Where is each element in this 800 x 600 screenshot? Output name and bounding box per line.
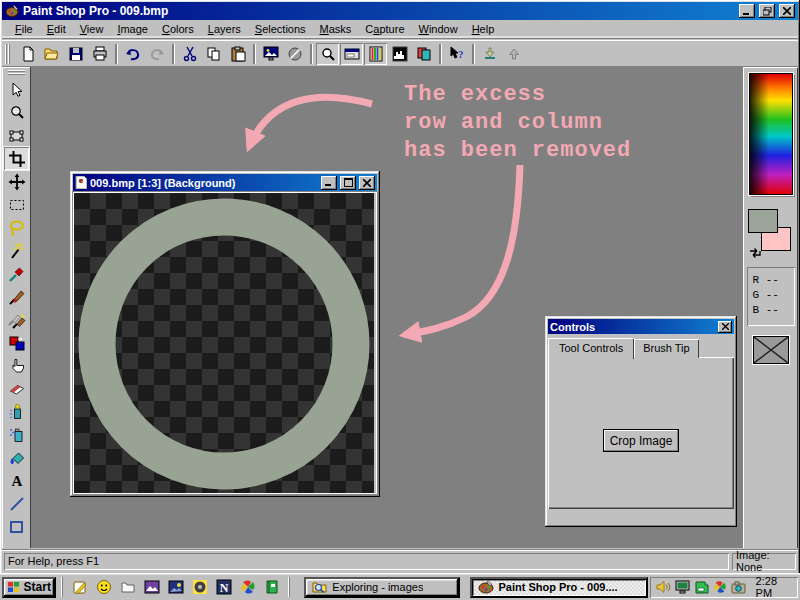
image-canvas[interactable] — [74, 193, 374, 493]
task-label: Exploring - images — [332, 581, 423, 593]
minimize-button[interactable] — [739, 4, 755, 18]
eraser-tool[interactable] — [4, 377, 29, 400]
clock[interactable]: 2:28 PM — [756, 575, 790, 599]
zoom-tool[interactable] — [4, 101, 29, 124]
taskbar-separator — [61, 577, 64, 597]
cut-button[interactable] — [178, 43, 201, 65]
move-up-icon[interactable] — [502, 43, 525, 65]
menu-item[interactable]: Help — [465, 21, 502, 37]
zoom-palette-button[interactable] — [316, 43, 339, 65]
quicklaunch-pinwheel-icon[interactable] — [238, 578, 257, 597]
task-paint-shop-pro[interactable]: Paint Shop Pro - 009.... — [470, 577, 647, 598]
full-screen-preview-button[interactable] — [259, 43, 282, 65]
image-window: 009.bmp [1:3] (Background) — [70, 171, 380, 497]
copy-button[interactable] — [202, 43, 225, 65]
clone-brush-tool[interactable] — [4, 308, 29, 331]
color-replacer-tool[interactable] — [4, 331, 29, 354]
save-button[interactable] — [64, 43, 87, 65]
context-help-button[interactable]: ? — [445, 43, 468, 65]
airbrush-tool[interactable] — [4, 423, 29, 446]
quicklaunch-notes-icon[interactable] — [70, 578, 89, 597]
flood-fill-tool[interactable] — [4, 446, 29, 469]
crop-image-button[interactable]: Crop Image — [603, 429, 679, 452]
ring-graphic — [74, 193, 374, 493]
swap-colors-icon[interactable] — [748, 247, 762, 259]
toolbar-grip[interactable] — [5, 44, 12, 64]
controls-dialog-title: Controls — [550, 321, 595, 333]
tool-controls-window-button[interactable] — [340, 43, 363, 65]
retouch-tool[interactable] — [4, 354, 29, 377]
b-value: B -- — [753, 303, 795, 318]
image-minimize-button[interactable] — [321, 176, 337, 190]
menu-item[interactable]: Selections — [248, 21, 313, 37]
app-title: Paint Shop Pro - 009.bmp — [23, 4, 168, 18]
volume-icon[interactable] — [656, 580, 671, 594]
explorer-icon — [312, 580, 328, 594]
tool-palette-grip[interactable] — [8, 70, 25, 76]
quicklaunch-image-viewer-icon[interactable] — [142, 578, 161, 597]
quicklaunch-address-book-icon[interactable] — [262, 578, 281, 597]
image-window-titlebar[interactable]: 009.bmp [1:3] (Background) — [73, 174, 377, 191]
layer-palette-button[interactable] — [412, 43, 435, 65]
menu-item[interactable]: Edit — [40, 21, 73, 37]
paste-button[interactable] — [226, 43, 249, 65]
menu-item[interactable]: Layers — [201, 21, 248, 37]
display-settings-icon[interactable] — [675, 580, 690, 594]
annotation-line-2: row and column — [404, 109, 631, 137]
camera-icon[interactable] — [731, 580, 746, 594]
start-button[interactable]: Start — [2, 577, 56, 598]
picture-tube-tool[interactable] — [4, 400, 29, 423]
quicklaunch-netscape-icon[interactable]: N — [214, 578, 233, 597]
move-down-icon[interactable] — [478, 43, 501, 65]
open-button[interactable] — [40, 43, 63, 65]
image-document-icon — [75, 176, 87, 189]
mover-tool[interactable] — [4, 170, 29, 193]
selection-tool[interactable] — [4, 193, 29, 216]
tray-pinwheel-icon[interactable] — [713, 580, 727, 594]
quicklaunch-media-wheel-icon[interactable] — [190, 578, 209, 597]
color-palette-button[interactable] — [364, 43, 387, 65]
restore-button[interactable] — [759, 4, 775, 18]
menu-item[interactable]: File — [8, 21, 40, 37]
arrow-tool[interactable] — [4, 78, 29, 101]
annotation-arrow-2 — [404, 165, 520, 335]
dropper-tool[interactable] — [4, 262, 29, 285]
text-tool[interactable]: A — [4, 469, 29, 492]
redo-button[interactable] — [145, 43, 168, 65]
menu-item[interactable]: Colors — [155, 21, 201, 37]
windows-logo-icon — [7, 581, 21, 593]
tab-brush-tip[interactable]: Brush Tip — [634, 339, 698, 358]
quicklaunch-folder-icon[interactable] — [118, 578, 137, 597]
image-close-button[interactable] — [359, 176, 375, 190]
undo-button[interactable] — [121, 43, 144, 65]
crop-tool[interactable] — [4, 147, 29, 170]
app-titlebar[interactable]: Paint Shop Pro - 009.bmp — [2, 2, 798, 20]
quicklaunch-photo-icon[interactable] — [166, 578, 185, 597]
controls-dialog-titlebar[interactable]: Controls — [548, 319, 734, 334]
line-tool[interactable] — [4, 492, 29, 515]
foreground-color-swatch[interactable] — [748, 209, 778, 233]
menu-item[interactable]: Image — [110, 21, 155, 37]
app-icon — [5, 4, 19, 18]
close-button[interactable] — [779, 4, 795, 18]
scheduler-book-icon[interactable] — [694, 580, 709, 594]
menu-item[interactable]: View — [73, 21, 111, 37]
controls-close-button[interactable] — [718, 321, 732, 333]
freehand-tool[interactable] — [4, 216, 29, 239]
quicklaunch-smiley-icon[interactable] — [94, 578, 113, 597]
deformation-tool[interactable] — [4, 124, 29, 147]
new-button[interactable] — [16, 43, 39, 65]
color-picker-gradient[interactable] — [749, 73, 793, 195]
magic-wand-tool[interactable] — [4, 239, 29, 262]
normal-viewing-button[interactable] — [283, 43, 306, 65]
image-maximize-button[interactable] — [340, 176, 356, 190]
task-exploring-images[interactable]: Exploring - images — [304, 577, 460, 598]
tab-tool-controls[interactable]: Tool Controls — [548, 338, 634, 359]
menu-item[interactable]: Masks — [313, 21, 359, 37]
menu-item[interactable]: Window — [412, 21, 465, 37]
print-button[interactable] — [88, 43, 111, 65]
paintbrush-tool[interactable] — [4, 285, 29, 308]
menu-item[interactable]: Capture — [358, 21, 411, 37]
histogram-window-button[interactable] — [388, 43, 411, 65]
shapes-tool[interactable] — [4, 515, 29, 538]
